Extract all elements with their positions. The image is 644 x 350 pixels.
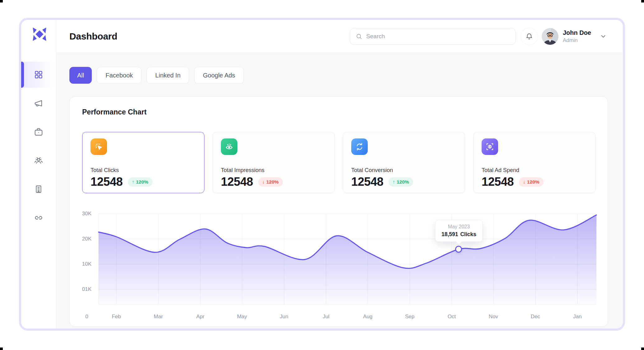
briefcase-icon (34, 127, 43, 137)
stat-delta-badge: ↑ 120% (128, 177, 152, 187)
y-axis-tick: 01K (70, 286, 91, 292)
arrow-up-icon: ↑ (393, 179, 395, 185)
stat-value: 12548 (351, 175, 383, 189)
grid-icon (34, 70, 43, 79)
tooltip-value: 18,591 Clicks (441, 231, 476, 238)
arrow-up-icon: ↑ (132, 179, 134, 185)
screen-corner-mark (641, 348, 644, 350)
sidebar-nav (21, 62, 56, 233)
stat-delta-badge: ↓ 120% (519, 177, 543, 187)
app-logo[interactable] (31, 27, 48, 42)
performance-area-chart[interactable] (99, 206, 596, 305)
sidebar-item-campaigns[interactable] (21, 90, 56, 116)
screen-corner-mark (0, 0, 3, 2)
building-icon (34, 184, 43, 194)
arrow-down-icon: ↓ (262, 179, 265, 185)
chart-tooltip: May 2023 18,591 Clicks (435, 220, 483, 242)
users-icon (34, 156, 43, 165)
filter-tab-google-ads[interactable]: Google Ads (194, 67, 244, 84)
y-axis-tick: 10K (70, 261, 91, 267)
page-title: Dashboard (69, 31, 117, 42)
sidebar-item-company[interactable] (21, 176, 56, 202)
avatar[interactable] (542, 28, 558, 45)
tooltip-title: May 2023 (448, 224, 470, 230)
y-axis-tick: 20K (70, 236, 91, 242)
sidebar (21, 20, 56, 329)
x-axis-tick: Feb (104, 314, 129, 320)
x-axis-tick: Dec (523, 314, 548, 320)
user-meta: John Doe Admin (563, 29, 591, 44)
x-axis-tick: Jan (565, 314, 590, 320)
bell-icon (525, 33, 533, 40)
stat-value: 12548 (482, 175, 514, 189)
stat-delta-badge: ↓ 120% (258, 177, 282, 187)
stat-label: Total Impressions (221, 167, 326, 174)
click-icon (91, 138, 107, 155)
stat-value: 12548 (91, 175, 123, 189)
stat-card-total-clicks[interactable]: Total Clicks 12548 ↑ 120% (82, 132, 204, 193)
panel-title: Performance Chart (82, 108, 147, 116)
megaphone-icon (34, 99, 43, 108)
sidebar-item-links[interactable] (21, 205, 56, 231)
search-input[interactable] (366, 33, 510, 40)
logo-icon (31, 27, 48, 43)
x-axis-tick: Jun (272, 314, 296, 320)
x-axis-tick: Jul (314, 314, 338, 320)
x-axis-tick: Nov (481, 314, 506, 320)
filter-tab-all[interactable]: All (69, 67, 92, 84)
x-axis-tick: May (230, 314, 254, 320)
screen-corner-mark (641, 0, 644, 2)
stat-card-total-impressions[interactable]: Total Impressions 12548 ↓ 120% (212, 132, 335, 193)
arrow-down-icon: ↓ (523, 179, 525, 185)
x-axis-tick: Mar (146, 314, 171, 320)
cycle-icon (351, 138, 368, 155)
x-axis-tick: Sep (397, 314, 422, 320)
stat-label: Total Ad Spend (482, 167, 587, 174)
x-axis-tick: Oct (439, 314, 464, 320)
filter-tab-facebook[interactable]: Facebook (97, 67, 142, 84)
notifications-button[interactable] (520, 28, 538, 45)
search-box[interactable] (350, 28, 516, 45)
screen-corner-mark (0, 348, 3, 350)
chevron-down-icon[interactable] (600, 33, 607, 40)
performance-panel: Performance Chart Total Clicks 12548 ↑ 1… (69, 96, 608, 327)
stat-value: 12548 (221, 175, 253, 189)
sidebar-item-audience[interactable] (21, 147, 56, 174)
x-axis-tick: 0 (74, 314, 99, 320)
x-axis-tick: Aug (355, 314, 380, 320)
eye-icon (221, 138, 237, 155)
user-role: Admin (563, 37, 591, 44)
stat-label: Total Clicks (91, 167, 196, 174)
chart-area-fill (99, 215, 596, 305)
sidebar-item-business[interactable] (21, 119, 56, 145)
chart-data-point-marker[interactable] (455, 246, 462, 253)
app-window: Dashboard John Doe Admin AllFacebookLink… (19, 18, 625, 331)
dollar-expand-icon (482, 138, 498, 155)
user-name: John Doe (563, 29, 591, 36)
stat-card-total-conversion[interactable]: Total Conversion 12548 ↑ 120% (343, 132, 465, 193)
sidebar-item-dashboard[interactable] (21, 62, 56, 88)
avatar-image (542, 28, 558, 45)
filter-tab-linked-in[interactable]: Linked In (147, 67, 189, 84)
search-icon (356, 33, 362, 40)
header: Dashboard John Doe Admin (56, 20, 623, 53)
stat-card-total-ad-spend[interactable]: Total Ad Spend 12548 ↓ 120% (473, 132, 595, 193)
y-axis-tick: 30K (70, 211, 91, 217)
stat-delta-badge: ↑ 120% (389, 177, 413, 187)
stats-row: Total Clicks 12548 ↑ 120% Total Impressi… (82, 132, 595, 193)
platform-filters: AllFacebookLinked InGoogle Ads (69, 67, 608, 84)
stat-label: Total Conversion (351, 167, 457, 174)
x-axis-tick: Apr (188, 314, 213, 320)
link-icon (34, 213, 43, 222)
main-content: AllFacebookLinked InGoogle Ads Performan… (56, 53, 623, 329)
